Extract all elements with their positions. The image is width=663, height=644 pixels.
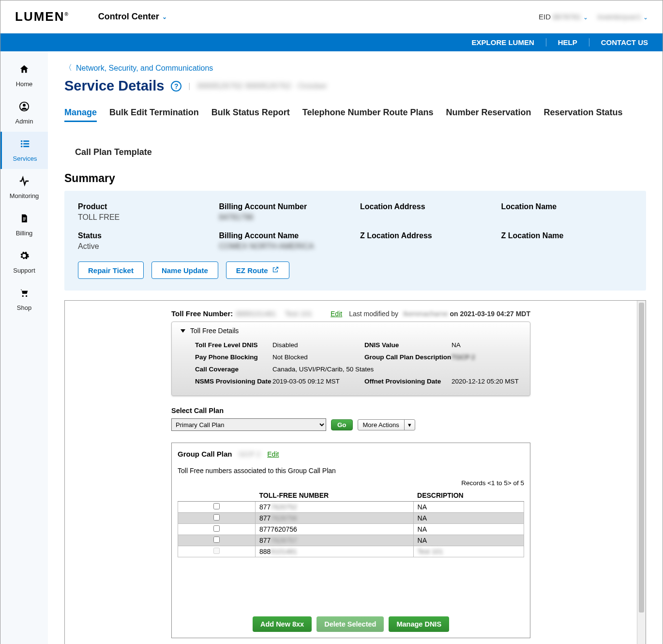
sidebar-item-label: Services [13, 155, 37, 162]
summary-box: ProductTOLL FREE Billing Account Number8… [64, 191, 646, 291]
last-modified-text: Last modified by tkemmacharne on 2021-03… [349, 310, 530, 318]
associated-numbers-text: Toll Free numbers associated to this Gro… [178, 467, 524, 475]
sidebar-item-shop[interactable]: Shop [0, 281, 48, 318]
product-value: TOLL FREE [78, 213, 210, 222]
control-center-dropdown[interactable]: Control Center ⌄ [98, 12, 167, 22]
ban-label: Billing Account Number [219, 202, 351, 211]
explore-lumen-link[interactable]: EXPLORE LUMEN [460, 38, 534, 46]
th-description: DESCRIPTION [413, 490, 524, 502]
sidebar-item-home[interactable]: Home [0, 57, 48, 94]
eid-dropdown[interactable]: EID 8878781 ⌄ [539, 13, 588, 21]
ez-route-button[interactable]: EZ Route [226, 261, 289, 279]
row-checkbox[interactable] [213, 548, 220, 554]
tab-telephone-number-route-plans[interactable]: Telephone Number Route Plans [302, 107, 434, 122]
status-value: Active [78, 242, 210, 251]
name-update-button[interactable]: Name Update [151, 261, 218, 279]
utility-bar: EXPLORE LUMEN HELP CONTACT US [0, 33, 663, 51]
sidebar-item-support[interactable]: Support [0, 244, 48, 281]
chevron-down-icon: ⌄ [162, 14, 167, 20]
row-checkbox[interactable] [213, 537, 220, 543]
breadcrumb[interactable]: 〈 Network, Security, and Communications [64, 63, 646, 73]
page-title-meta: 8889526762 8889526762 · October [197, 81, 327, 91]
row-checkbox[interactable] [213, 503, 220, 509]
sidebar-item-label: Support [13, 267, 35, 274]
contact-us-link[interactable]: CONTACT US [589, 38, 648, 46]
eid-value: 8878781 [553, 13, 581, 21]
caret-down-icon[interactable] [181, 329, 185, 333]
svg-point-9 [26, 295, 27, 297]
sidebar-item-admin[interactable]: Admin [0, 94, 48, 132]
edit-group-link[interactable]: Edit [267, 450, 279, 458]
control-center-label: Control Center [98, 12, 159, 22]
sidebar-item-billing[interactable]: Billing [0, 206, 48, 244]
external-link-icon [272, 266, 279, 275]
tab-bulk-status-report[interactable]: Bulk Status Report [211, 107, 290, 122]
nsms-date-value: 2019-03-05 09:12 MST [272, 378, 364, 385]
location-name-label: Location Name [501, 202, 633, 211]
toll-free-number-value: 8889101481 [236, 309, 276, 318]
dnis-value: Disabled [272, 341, 364, 349]
add-new-8xx-button[interactable]: Add New 8xx [253, 616, 312, 632]
eid-label: EID [539, 13, 551, 21]
coverage-value: Canada, USVI/PR/Carib, 50 States [272, 366, 521, 373]
group-call-plan-box: Group Call Plan GCP 2 Edit Toll Free num… [171, 443, 530, 638]
svg-rect-5 [23, 143, 29, 145]
svg-point-8 [22, 295, 24, 297]
toll-free-table: TOLL-FREE NUMBER DESCRIPTION 8777620752 … [178, 490, 524, 557]
tab-call-plan-template[interactable]: Call Plan Template [75, 147, 152, 160]
sidebar-item-label: Billing [16, 230, 33, 237]
repair-ticket-button[interactable]: Repair Ticket [78, 261, 144, 279]
user-dropdown[interactable]: inventoryusr1 ⌄ [598, 13, 648, 21]
sidebar-item-monitoring[interactable]: Monitoring [0, 169, 48, 206]
cart-icon [19, 288, 30, 301]
sidebar-item-label: Monitoring [10, 192, 39, 199]
scrollbar-thumb[interactable] [639, 303, 644, 613]
go-button[interactable]: Go [331, 419, 353, 430]
table-row: 8777628757 NA [178, 535, 524, 546]
product-label: Product [78, 202, 210, 211]
tab-reservation-status[interactable]: Reservation Status [544, 107, 623, 122]
chevron-down-icon: ▾ [404, 420, 415, 430]
edit-toll-free-link[interactable]: Edit [331, 310, 342, 318]
coverage-label: Call Coverage [195, 366, 272, 373]
sidebar-item-label: Home [16, 80, 33, 88]
gcp-desc-value: TGCP 2 [452, 353, 521, 361]
row-checkbox[interactable] [213, 525, 220, 532]
ban-value: 84781796 [219, 213, 351, 222]
select-call-plan-label: Select Call Plan [171, 407, 530, 414]
details-panel: Toll Free Number: 8889101481 Test 101 Ed… [64, 300, 646, 644]
more-actions-dropdown[interactable]: More Actions ▾ [358, 419, 415, 430]
tab-number-reservation[interactable]: Number Reservation [446, 107, 531, 122]
delete-selected-button[interactable]: Delete Selected [316, 616, 384, 632]
ba-name-value: COMEX NORTH AMERICA [219, 242, 351, 251]
tab-bulk-edit-termination[interactable]: Bulk Edit Termination [109, 107, 199, 122]
row-checkbox[interactable] [213, 514, 220, 521]
toll-free-details-box: Toll Free Details Toll Free Level DNIS D… [171, 322, 530, 396]
ez-route-label: EZ Route [236, 266, 268, 275]
status-label: Status [78, 231, 210, 240]
toll-free-number-label: Toll Free Number: [171, 309, 233, 318]
chevron-left-icon: 〈 [64, 63, 72, 73]
sidebar-item-label: Admin [15, 118, 33, 125]
call-plan-select[interactable]: Primary Call Plan [171, 418, 326, 431]
table-row: 8889101481 Test 101 [178, 546, 524, 557]
manage-dnis-button[interactable]: Manage DNIS [389, 616, 449, 632]
payphone-label: Pay Phone Blocking [195, 353, 272, 361]
records-count: Records <1 to 5> of 5 [178, 479, 524, 487]
nsms-date-label: NSMS Provisioning Date [195, 378, 272, 385]
brand-logo: LUMEN® [15, 9, 69, 24]
summary-heading: Summary [64, 172, 646, 185]
scrollbar[interactable] [637, 301, 646, 644]
dnis-label: Toll Free Level DNIS [195, 341, 272, 349]
svg-rect-3 [23, 140, 29, 142]
help-icon[interactable]: ? [171, 81, 181, 92]
help-link[interactable]: HELP [546, 38, 577, 46]
svg-point-2 [20, 140, 22, 142]
tab-manage[interactable]: Manage [64, 107, 97, 122]
svg-point-4 [20, 143, 22, 145]
sidebar-item-services[interactable]: Services [0, 132, 48, 169]
chevron-down-icon: ⌄ [583, 14, 588, 21]
location-address-label: Location Address [360, 202, 492, 211]
user-value: inventoryusr1 [598, 13, 641, 21]
gear-icon [19, 250, 30, 264]
